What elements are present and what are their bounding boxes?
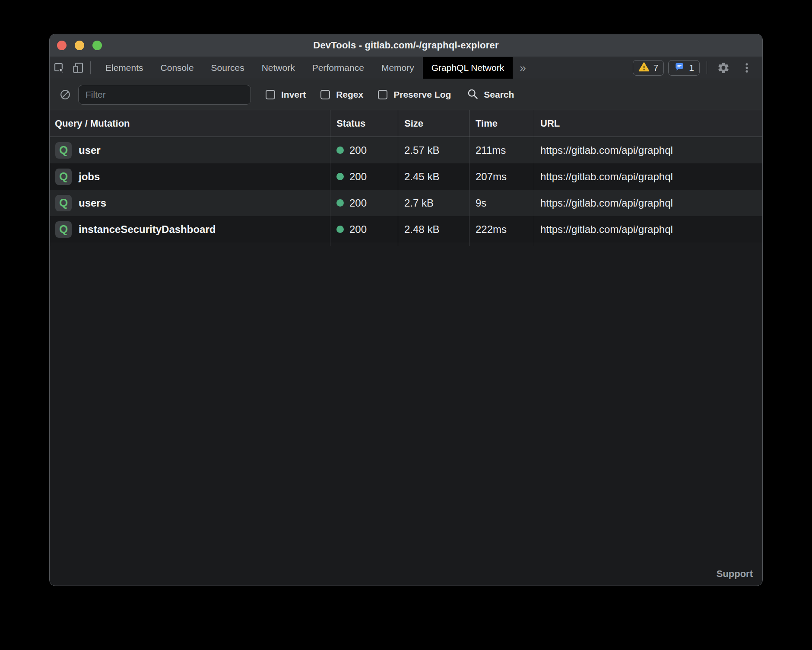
status-ok-dot [336,173,344,180]
url-value: https://gitlab.com/api/graphql [540,171,673,183]
close-button[interactable] [57,41,67,50]
tab-bar-right-cluster: 7 1 [633,57,762,79]
time-value: 211ms [476,144,506,156]
column-header-query-mutation[interactable]: Query / Mutation [50,110,330,137]
size-value: 2.7 kB [404,197,434,209]
device-toolbar-icon[interactable] [69,57,88,79]
search-control[interactable]: Search [466,88,514,102]
query-name: jobs [79,171,100,183]
size-cell: 2.48 kB [398,216,469,242]
tab-console[interactable]: Console [152,57,203,79]
column-header-size[interactable]: Size [398,110,469,137]
filter-bar: InvertRegexPreserve Log Search [50,79,762,110]
query-cell: Q user [50,137,330,163]
warning-icon [638,62,650,74]
zoom-button[interactable] [92,41,102,50]
checkbox-label: Invert [281,89,306,100]
query-type-badge: Q [55,195,72,211]
filter-checkbox-group: InvertRegexPreserve Log [266,89,451,100]
time-value: 9s [476,197,486,209]
size-value: 2.48 kB [404,223,439,236]
table-body: Q user 200 2.57 kB 211ms https://gitlab.… [50,137,762,242]
table-row[interactable]: Q user 200 2.57 kB 211ms https://gitlab.… [50,137,762,163]
tab-graphql-network[interactable]: GraphQL Network [423,57,513,79]
checkbox-label: Preserve Log [393,89,451,100]
checkbox-regex[interactable]: Regex [320,89,363,100]
checkbox-invert[interactable]: Invert [266,89,306,100]
size-value: 2.45 kB [404,171,439,183]
time-cell: 222ms [469,216,534,242]
column-separator-stub [50,242,762,246]
kebab-menu-icon[interactable] [737,57,756,79]
column-header-status[interactable]: Status [330,110,398,137]
url-value: https://gitlab.com/api/graphql [540,197,673,209]
inspect-element-icon[interactable] [50,57,69,79]
tab-performance[interactable]: Performance [304,57,373,79]
status-ok-dot [336,199,344,207]
status-cell: 200 [330,163,398,190]
tab-elements[interactable]: Elements [97,57,152,79]
url-cell: https://gitlab.com/api/graphql [534,163,762,190]
table-row[interactable]: Q jobs 200 2.45 kB 207ms https://gitlab.… [50,163,762,190]
query-type-badge: Q [55,169,72,185]
url-value: https://gitlab.com/api/graphql [540,144,673,156]
size-cell: 2.45 kB [398,163,469,190]
support-link[interactable]: Support [717,568,753,580]
gear-icon[interactable] [714,57,733,79]
traffic-lights [57,34,102,57]
devtools-tab-bar: ElementsConsoleSourcesNetworkPerformance… [50,57,762,79]
message-bubble-icon [674,61,685,75]
window-title: DevTools - gitlab.com/-/graphql-explorer [313,40,498,51]
query-cell: Q jobs [50,163,330,190]
tab-memory[interactable]: Memory [373,57,423,79]
tab-network[interactable]: Network [253,57,304,79]
status-ok-dot [336,147,344,154]
url-cell: https://gitlab.com/api/graphql [534,216,762,242]
table-row[interactable]: Q instanceSecurityDashboard 200 2.48 kB … [50,216,762,242]
status-code: 200 [349,197,367,209]
size-value: 2.57 kB [404,144,439,156]
search-label: Search [484,89,514,100]
url-cell: https://gitlab.com/api/graphql [534,137,762,163]
warnings-count: 7 [653,63,659,73]
status-cell: 200 [330,216,398,242]
messages-count: 1 [689,63,694,73]
time-cell: 211ms [469,137,534,163]
status-code: 200 [349,223,367,236]
status-cell: 200 [330,137,398,163]
devtools-window: DevTools - gitlab.com/-/graphql-explorer… [49,34,763,586]
query-cell: Q users [50,190,330,216]
status-code: 200 [349,171,367,183]
column-header-url[interactable]: URL [534,110,762,137]
query-name: instanceSecurityDashboard [79,223,216,236]
query-name: user [79,144,101,156]
checkbox-box[interactable] [266,90,275,99]
size-cell: 2.57 kB [398,137,469,163]
filter-input[interactable] [78,85,251,105]
messages-badge[interactable]: 1 [668,60,700,76]
toolbar-divider [707,61,707,74]
warnings-badge[interactable]: 7 [633,60,664,76]
checkbox-box[interactable] [378,90,387,99]
status-cell: 200 [330,190,398,216]
status-ok-dot [336,226,344,233]
minimize-button[interactable] [75,41,84,50]
search-icon [466,88,479,102]
query-type-badge: Q [55,221,72,238]
tab-sources[interactable]: Sources [203,57,253,79]
size-cell: 2.7 kB [398,190,469,216]
more-tabs-icon[interactable]: » [513,57,533,79]
requests-table: Query / Mutation Status Size Time URL Q … [50,110,762,246]
column-header-time[interactable]: Time [469,110,534,137]
query-name: users [79,197,106,209]
status-code: 200 [349,144,367,156]
clear-filter-icon[interactable] [56,79,75,110]
query-type-badge: Q [55,142,72,159]
toolbar-divider [90,61,91,74]
time-cell: 9s [469,190,534,216]
checkbox-box[interactable] [320,90,330,99]
table-row[interactable]: Q users 200 2.7 kB 9s https://gitlab.com… [50,190,762,216]
url-cell: https://gitlab.com/api/graphql [534,190,762,216]
checkbox-preserve-log[interactable]: Preserve Log [378,89,451,100]
time-value: 207ms [476,171,507,183]
